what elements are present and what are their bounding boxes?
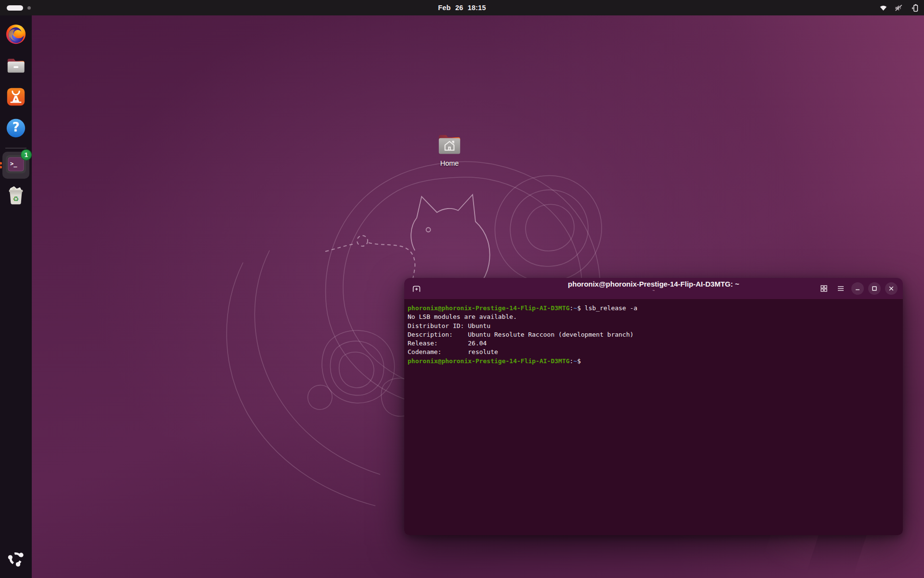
terminal-line: No LSB modules are available. bbox=[408, 313, 899, 321]
window-title: phoronix@phoronix-Prestige-14-Flip-AI-D3… bbox=[568, 280, 739, 288]
new-tab-button[interactable] bbox=[410, 282, 423, 295]
wifi-icon bbox=[879, 4, 888, 12]
svg-text:?: ? bbox=[12, 120, 19, 134]
terminal-line: Release: 26.04 bbox=[408, 339, 899, 348]
titlebar-controls bbox=[818, 282, 898, 295]
dock-separator bbox=[5, 148, 26, 148]
running-indicator-pips bbox=[0, 162, 2, 169]
svg-text:A: A bbox=[12, 93, 20, 105]
app-center-icon: A bbox=[5, 86, 27, 110]
desktop-home-icon[interactable]: Home bbox=[429, 132, 470, 167]
terminal-line: Description: Ubuntu Resolute Raccoon (de… bbox=[408, 330, 899, 339]
trash-icon: ♻ bbox=[5, 184, 27, 209]
tabs-grid-button[interactable] bbox=[818, 282, 830, 295]
svg-text:♻: ♻ bbox=[13, 195, 19, 203]
window-title-block: phoronix@phoronix-Prestige-14-Flip-AI-D3… bbox=[568, 280, 739, 293]
dock-item-app-center[interactable]: A bbox=[2, 84, 29, 111]
minimize-button[interactable] bbox=[851, 282, 864, 295]
window-subtitle: ~ bbox=[568, 288, 739, 293]
terminal-window: phoronix@phoronix-Prestige-14-Flip-AI-D3… bbox=[404, 278, 903, 535]
firefox-icon bbox=[5, 23, 27, 47]
top-bar: Feb 26 18:15 bbox=[0, 0, 924, 15]
ubuntu-logo-icon bbox=[6, 549, 26, 571]
workspace-indicator[interactable] bbox=[7, 5, 31, 11]
show-apps-button[interactable] bbox=[2, 546, 29, 573]
svg-text:>_: >_ bbox=[10, 160, 17, 168]
files-folder-icon bbox=[5, 54, 27, 79]
workspace-dot[interactable] bbox=[27, 6, 31, 10]
terminal-line: Distributor ID: Ubuntu bbox=[408, 322, 899, 330]
dock-item-help[interactable]: ? bbox=[2, 116, 29, 143]
menu-button[interactable] bbox=[834, 282, 847, 295]
dock-item-firefox[interactable] bbox=[2, 22, 29, 49]
terminal-titlebar[interactable]: phoronix@phoronix-Prestige-14-Flip-AI-D3… bbox=[404, 278, 903, 300]
terminal-line: phoronix@phoronix-Prestige-14-Flip-AI-D3… bbox=[408, 304, 899, 313]
dock-item-files[interactable] bbox=[2, 53, 29, 80]
close-button[interactable] bbox=[885, 282, 898, 295]
volume-muted-icon bbox=[894, 4, 904, 12]
battery-charging-icon bbox=[910, 3, 919, 13]
maximize-button[interactable] bbox=[868, 282, 881, 295]
status-area[interactable] bbox=[879, 0, 919, 15]
dock: A ? bbox=[0, 15, 32, 578]
dock-item-trash[interactable]: ♻ bbox=[2, 183, 29, 210]
home-icon-label: Home bbox=[440, 159, 459, 167]
clock[interactable]: Feb 26 18:15 bbox=[438, 4, 486, 12]
workspace-active-pill[interactable] bbox=[7, 5, 23, 11]
terminal-output[interactable]: phoronix@phoronix-Prestige-14-Flip-AI-D3… bbox=[404, 300, 903, 535]
desktop-screen: Feb 26 18:15 bbox=[0, 0, 924, 578]
dock-item-terminal[interactable]: >_ 1 bbox=[2, 152, 29, 179]
help-icon: ? bbox=[5, 117, 27, 141]
terminal-line: Codename: resolute bbox=[408, 348, 899, 356]
trail-dashed-path bbox=[325, 236, 415, 286]
home-folder-icon bbox=[436, 132, 463, 158]
terminal-line: phoronix@phoronix-Prestige-14-Flip-AI-D3… bbox=[408, 357, 899, 366]
notification-badge: 1 bbox=[21, 149, 32, 160]
